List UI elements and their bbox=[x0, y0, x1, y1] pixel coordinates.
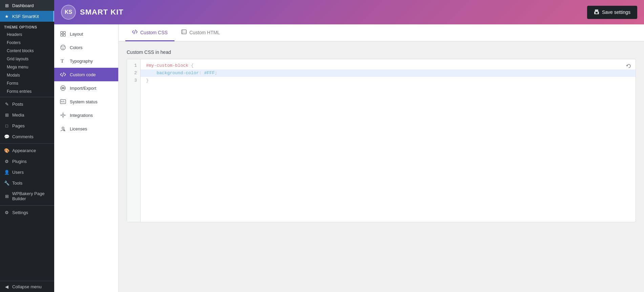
sidebar-item-settings[interactable]: ⚙ Settings bbox=[0, 207, 54, 218]
mid-nav: Layout Colors T Typography bbox=[54, 24, 119, 292]
sidebar-item-label: Dashboard bbox=[12, 3, 34, 8]
svg-point-8 bbox=[62, 46, 63, 47]
line-num-2: 2 bbox=[127, 69, 140, 77]
sidebar-item-pages[interactable]: □ Pages bbox=[0, 120, 54, 131]
sidebar-item-label: Footers bbox=[7, 40, 21, 45]
sidebar-divider-2 bbox=[0, 143, 54, 144]
tab-custom-html[interactable]: </> Custom HTML bbox=[174, 24, 227, 41]
integrations-icon bbox=[60, 112, 66, 119]
code-line-3: } bbox=[141, 77, 636, 84]
sidebar-item-dashboard[interactable]: ⊞ Dashboard bbox=[0, 0, 54, 11]
mid-nav-item-typography[interactable]: T Typography bbox=[54, 54, 118, 68]
sidebar-item-mega-menu[interactable]: Mega menu bbox=[3, 63, 54, 71]
section-label: Custom CSS in head bbox=[127, 49, 636, 55]
save-settings-button[interactable]: Save settings bbox=[587, 6, 637, 19]
mid-nav-label: System status bbox=[70, 99, 98, 104]
users-icon: 👤 bbox=[4, 169, 9, 175]
sidebar-item-comments[interactable]: 💬 Comments bbox=[0, 131, 54, 142]
sidebar-item-label: WPBakery Page Builder bbox=[12, 191, 50, 201]
mid-nav-label: Custom code bbox=[70, 72, 96, 77]
sidebar-item-ksf-smartkit[interactable]: ★ KSF SmartKit bbox=[0, 11, 54, 22]
sidebar-item-headers[interactable]: Headers bbox=[3, 30, 54, 39]
layout-icon bbox=[60, 30, 66, 37]
sidebar-item-label: Grid layouts bbox=[7, 57, 28, 61]
line-num-1: 1 bbox=[127, 62, 140, 69]
pages-icon: □ bbox=[4, 123, 9, 128]
sidebar-item-label: Comments bbox=[12, 134, 34, 139]
save-icon bbox=[594, 9, 599, 16]
sidebar-item-tools[interactable]: 🔧 Tools bbox=[0, 178, 54, 188]
sidebar-item-label: Settings bbox=[12, 210, 28, 215]
sidebar-item-wpbakery[interactable]: ⊞ WPBakery Page Builder bbox=[0, 188, 54, 204]
sidebar: ⊞ Dashboard ★ KSF SmartKit Theme options… bbox=[0, 0, 54, 292]
right-panel: Custom CSS </> Custom HTML Custom CSS in… bbox=[119, 24, 644, 292]
sidebar-item-label: Plugins bbox=[12, 159, 27, 164]
svg-rect-2 bbox=[596, 12, 598, 14]
content-wrapper: Layout Colors T Typography bbox=[54, 24, 644, 292]
svg-line-12 bbox=[62, 72, 64, 77]
sidebar-item-users[interactable]: 👤 Users bbox=[0, 167, 54, 178]
sidebar-item-grid-layouts[interactable]: Grid layouts bbox=[3, 55, 54, 63]
main-area: KS SMART KIT Save settings Layout bbox=[54, 0, 644, 292]
collapse-icon: ◀ bbox=[4, 284, 9, 289]
sidebar-divider bbox=[0, 97, 54, 97]
mid-nav-item-licenses[interactable]: Licenses bbox=[54, 122, 118, 135]
code-line-2: background-color: #FFF; bbox=[141, 69, 636, 77]
svg-rect-5 bbox=[61, 34, 63, 36]
svg-point-20 bbox=[62, 114, 64, 116]
svg-text:T: T bbox=[61, 59, 64, 64]
sidebar-item-label: Modals bbox=[7, 73, 20, 78]
sidebar-item-label: Appearance bbox=[12, 148, 36, 153]
tab-custom-css[interactable]: Custom CSS bbox=[125, 24, 174, 41]
mid-nav-item-colors[interactable]: Colors bbox=[54, 41, 118, 54]
sidebar-item-footers[interactable]: Footers bbox=[3, 39, 54, 47]
svg-rect-3 bbox=[61, 32, 63, 34]
svg-point-7 bbox=[61, 45, 65, 50]
sidebar-item-forms-entries[interactable]: Forms entries bbox=[3, 87, 54, 96]
sidebar-divider-3 bbox=[0, 205, 54, 206]
tabs-bar: Custom CSS </> Custom HTML bbox=[119, 24, 644, 41]
sidebar-item-label: Collapse menu bbox=[12, 284, 42, 289]
sidebar-item-label: Posts bbox=[12, 102, 23, 107]
svg-line-28 bbox=[134, 30, 136, 34]
sidebar-item-content-blocks[interactable]: Content blocks bbox=[3, 47, 54, 55]
code-lines[interactable]: #my-custom-block { background-color: #FF… bbox=[141, 59, 636, 222]
reset-button[interactable] bbox=[625, 62, 633, 71]
css-tab-icon bbox=[132, 29, 138, 36]
sidebar-item-appearance[interactable]: 🎨 Appearance bbox=[0, 145, 54, 156]
sidebar-item-media[interactable]: ⊞ Media bbox=[0, 109, 54, 120]
media-icon: ⊞ bbox=[4, 112, 9, 118]
mid-nav-item-integrations[interactable]: Integrations bbox=[54, 108, 118, 122]
code-editor[interactable]: 1 2 3 #my-custom-block { background-colo… bbox=[127, 59, 636, 222]
comments-icon: 💬 bbox=[4, 134, 9, 139]
sidebar-item-label: Media bbox=[12, 112, 24, 118]
sidebar-item-modals[interactable]: Modals bbox=[3, 71, 54, 79]
sidebar-item-label: Forms bbox=[7, 81, 18, 86]
tab-label: Custom CSS bbox=[140, 30, 168, 35]
plugins-icon: ⚙ bbox=[4, 159, 9, 164]
mid-nav-label: Import/Export bbox=[70, 86, 96, 91]
mid-nav-label: Layout bbox=[70, 32, 83, 37]
tools-icon: 🔧 bbox=[4, 180, 9, 186]
sidebar-item-plugins[interactable]: ⚙ Plugins bbox=[0, 156, 54, 167]
appearance-icon: 🎨 bbox=[4, 148, 9, 153]
mid-nav-item-import-export[interactable]: Import/Export bbox=[54, 81, 118, 95]
code-editor-wrapper: 1 2 3 #my-custom-block { background-colo… bbox=[127, 59, 636, 222]
panel-content: Custom CSS in head 1 2 3 #my-custom-bloc… bbox=[119, 41, 644, 230]
dashboard-icon: ⊞ bbox=[4, 3, 9, 8]
sidebar-item-label: KSF SmartKit bbox=[12, 14, 39, 19]
code-line-1: #my-custom-block { bbox=[141, 62, 636, 69]
code-keyword: #my-custom-block bbox=[146, 63, 188, 68]
mid-nav-item-layout[interactable]: Layout bbox=[54, 27, 118, 41]
mid-nav-label: Colors bbox=[70, 45, 83, 50]
svg-point-10 bbox=[63, 48, 64, 49]
mid-nav-item-custom-code[interactable]: Custom code bbox=[54, 68, 118, 81]
sidebar-item-forms[interactable]: Forms bbox=[3, 79, 54, 87]
posts-icon: ✎ bbox=[4, 101, 9, 107]
sidebar-item-posts[interactable]: ✎ Posts bbox=[0, 99, 54, 109]
sidebar-item-collapse[interactable]: ◀ Collapse menu bbox=[0, 281, 54, 292]
mid-nav-label: Typography bbox=[70, 59, 93, 64]
save-button-label: Save settings bbox=[602, 9, 630, 15]
mid-nav-item-system-status[interactable]: System status bbox=[54, 95, 118, 108]
sidebar-item-label: Users bbox=[12, 170, 24, 175]
